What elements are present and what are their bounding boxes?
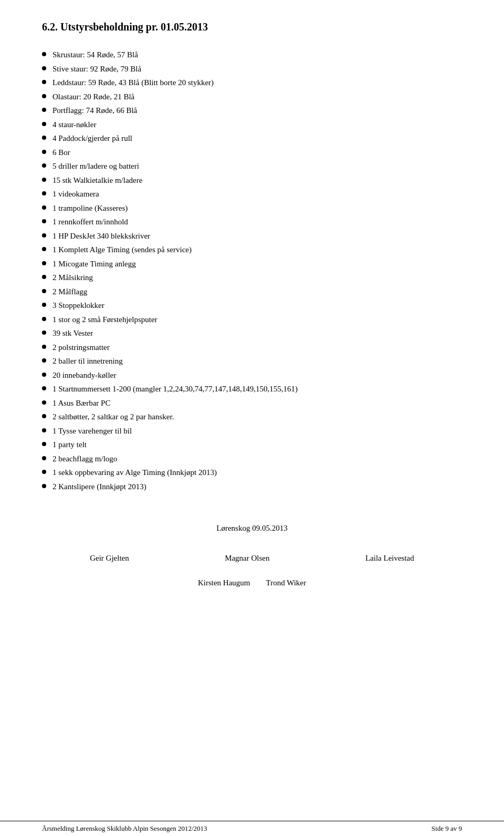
bullet-text: 6 Bor bbox=[52, 147, 462, 159]
page-title: 6.2. Utstyrsbeholdning pr. 01.05.2013 bbox=[42, 21, 462, 33]
list-item: 1 HP DeskJet 340 blekkskriver bbox=[42, 230, 462, 242]
footer-left: Årsmelding Lørenskog Skiklubb Alpin Seso… bbox=[42, 824, 207, 833]
bullet-text: 1 Asus Bærbar PC bbox=[52, 397, 462, 409]
list-item: 1 sekk oppbevaring av Alge Timing (Innkj… bbox=[42, 467, 462, 479]
bullet-text: Stive staur: 92 Røde, 79 Blå bbox=[52, 63, 462, 75]
bullet-dot bbox=[42, 66, 46, 70]
list-item: 15 stk Walkietalkie m/ladere bbox=[42, 174, 462, 187]
bullet-text: Skrustaur: 54 Røde, 57 Blå bbox=[52, 49, 462, 61]
list-item: Stive staur: 92 Røde, 79 Blå bbox=[42, 63, 462, 75]
bullet-text: 20 innebandy-køller bbox=[52, 369, 462, 381]
bullet-dot bbox=[42, 414, 46, 418]
location-date: Lørenskog 09.05.2013 bbox=[42, 524, 462, 533]
footer-right: Side 9 av 9 bbox=[432, 824, 462, 833]
bullet-dot bbox=[42, 205, 46, 210]
bullet-text: 1 stor og 2 små Førstehjelpsputer bbox=[52, 314, 462, 326]
bullet-text: 1 rennkoffert m/innhold bbox=[52, 216, 462, 228]
list-item: 2 Kantslipere (Innkjøpt 2013) bbox=[42, 481, 462, 493]
list-item: 20 innebandy-køller bbox=[42, 369, 462, 381]
page-container: 6.2. Utstyrsbeholdning pr. 01.05.2013 Sk… bbox=[0, 0, 504, 836]
bullet-dot bbox=[42, 317, 46, 321]
bullet-text: 15 stk Walkietalkie m/ladere bbox=[52, 174, 462, 187]
bullet-dot bbox=[42, 303, 46, 307]
list-item: 1 Startnummersett 1-200 (mangler 1,2,24,… bbox=[42, 383, 462, 395]
signer: Magnar Olsen bbox=[225, 554, 269, 563]
page-footer: Årsmelding Lørenskog Skiklubb Alpin Seso… bbox=[0, 821, 504, 836]
bullet-text: 4 staur-nøkler bbox=[52, 119, 462, 131]
list-item: 6 Bor bbox=[42, 147, 462, 159]
list-item: 1 rennkoffert m/innhold bbox=[42, 216, 462, 228]
signer: Laila Leivestad bbox=[365, 554, 414, 563]
list-item: 1 Tysse varehenger til bil bbox=[42, 425, 462, 437]
bullet-text: Portflagg: 74 Røde, 66 Blå bbox=[52, 105, 462, 117]
bullet-text: 5 driller m/ladere og batteri bbox=[52, 160, 462, 172]
bullet-dot bbox=[42, 178, 46, 182]
bullet-text: 2 Kantslipere (Innkjøpt 2013) bbox=[52, 481, 462, 493]
list-item: 1 Micogate Timing anlegg bbox=[42, 258, 462, 270]
bullet-dot bbox=[42, 122, 46, 126]
list-item: 2 saltbøtter, 2 saltkar og 2 par hansker… bbox=[42, 411, 462, 423]
signer: Kirsten Haugum bbox=[198, 579, 250, 587]
bullet-text: 1 party telt bbox=[52, 439, 462, 451]
bullet-dot bbox=[42, 428, 46, 432]
bullet-dot bbox=[42, 275, 46, 279]
list-item: 1 party telt bbox=[42, 439, 462, 451]
list-item: 1 Asus Bærbar PC bbox=[42, 397, 462, 409]
bullet-dot bbox=[42, 136, 46, 140]
list-item: Skrustaur: 54 Røde, 57 Blå bbox=[42, 49, 462, 61]
signers-row2: Kirsten HaugumTrond Wiker bbox=[42, 579, 462, 587]
list-item: 2 baller til innetrening bbox=[42, 355, 462, 367]
signer: Trond Wiker bbox=[266, 579, 307, 587]
list-item: 2 polstringsmatter bbox=[42, 342, 462, 354]
bullet-text: 2 Målsikring bbox=[52, 272, 462, 284]
page-header: 6.2. Utstyrsbeholdning pr. 01.05.2013 bbox=[42, 21, 462, 33]
list-item: 2 beachflagg m/logo bbox=[42, 453, 462, 465]
bullet-text: 39 stk Vester bbox=[52, 327, 462, 339]
bullet-dot bbox=[42, 261, 46, 265]
bullet-dot bbox=[42, 233, 46, 238]
bullet-text: 3 Stoppeklokker bbox=[52, 300, 462, 312]
list-item: Leddstaur: 59 Røde, 43 Blå (Blitt borte … bbox=[42, 77, 462, 89]
bullet-dot bbox=[42, 108, 46, 112]
bullet-text: 1 videokamera bbox=[52, 188, 462, 200]
bullet-text: 1 Startnummersett 1-200 (mangler 1,2,24,… bbox=[52, 383, 462, 395]
list-item: 3 Stoppeklokker bbox=[42, 300, 462, 312]
list-item: 2 Målflagg bbox=[42, 286, 462, 298]
list-item: 1 Komplett Alge Timing (sendes på servic… bbox=[42, 244, 462, 256]
signer: Geir Gjelten bbox=[90, 554, 129, 563]
bullet-text: 4 Paddock/gjerder på rull bbox=[52, 132, 462, 145]
bullet-dot bbox=[42, 289, 46, 293]
bullet-list: Skrustaur: 54 Røde, 57 BlåStive staur: 9… bbox=[42, 49, 462, 492]
bullet-text: 1 trampoline (Kasseres) bbox=[52, 202, 462, 214]
list-item: 5 driller m/ladere og batteri bbox=[42, 160, 462, 172]
bullet-text: 2 polstringsmatter bbox=[52, 342, 462, 354]
bullet-text: 1 Komplett Alge Timing (sendes på servic… bbox=[52, 244, 462, 256]
list-item: 4 Paddock/gjerder på rull bbox=[42, 132, 462, 145]
bullet-dot bbox=[42, 163, 46, 168]
bullet-text: 1 HP DeskJet 340 blekkskriver bbox=[52, 230, 462, 242]
bullet-dot bbox=[42, 345, 46, 349]
bullet-text: 2 Målflagg bbox=[52, 286, 462, 298]
bullet-dot bbox=[42, 191, 46, 195]
bullet-text: 1 sekk oppbevaring av Alge Timing (Innkj… bbox=[52, 467, 462, 479]
bullet-dot bbox=[42, 456, 46, 460]
bullet-dot bbox=[42, 94, 46, 98]
bullet-dot bbox=[42, 358, 46, 363]
list-item: 39 stk Vester bbox=[42, 327, 462, 339]
signers-row1: Geir GjeltenMagnar OlsenLaila Leivestad bbox=[42, 554, 462, 563]
list-item: Portflagg: 74 Røde, 66 Blå bbox=[42, 105, 462, 117]
list-item: 1 stor og 2 små Førstehjelpsputer bbox=[42, 314, 462, 326]
bullet-text: Leddstaur: 59 Røde, 43 Blå (Blitt borte … bbox=[52, 77, 462, 89]
bullet-dot bbox=[42, 470, 46, 474]
bullet-text: Olastaur: 20 Røde, 21 Blå bbox=[52, 91, 462, 103]
content-section: Skrustaur: 54 Røde, 57 BlåStive staur: 9… bbox=[42, 49, 462, 492]
bullet-dot bbox=[42, 52, 46, 56]
list-item: 2 Målsikring bbox=[42, 272, 462, 284]
bullet-text: 1 Tysse varehenger til bil bbox=[52, 425, 462, 437]
list-item: 1 trampoline (Kasseres) bbox=[42, 202, 462, 214]
bullet-text: 1 Micogate Timing anlegg bbox=[52, 258, 462, 270]
list-item: Olastaur: 20 Røde, 21 Blå bbox=[42, 91, 462, 103]
bullet-dot bbox=[42, 400, 46, 405]
bullet-dot bbox=[42, 442, 46, 446]
bullet-dot bbox=[42, 150, 46, 154]
